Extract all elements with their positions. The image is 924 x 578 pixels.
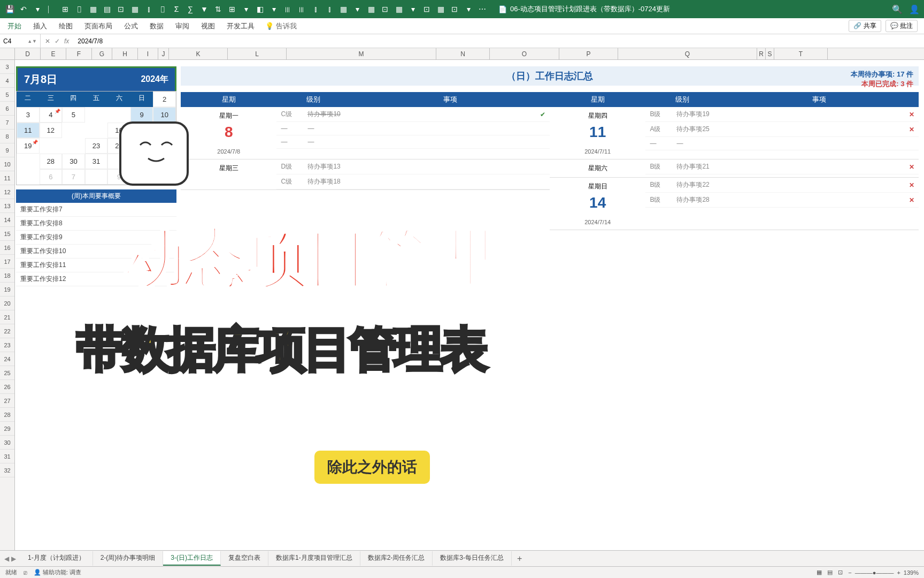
- accessibility-status[interactable]: 👤 辅助功能: 调查: [34, 568, 81, 576]
- task-row[interactable]: B级待办事项19✕: [645, 107, 919, 122]
- save-icon[interactable]: 💾: [4, 4, 15, 14]
- qat-icon[interactable]: ▾: [352, 4, 363, 14]
- ribbon-tab-6[interactable]: 审阅: [174, 19, 190, 33]
- col-header[interactable]: T: [774, 48, 828, 59]
- ribbon-tab-1[interactable]: 插入: [32, 19, 48, 33]
- ribbon-tab-7[interactable]: 视图: [200, 19, 216, 33]
- qat-icon[interactable]: ⊡: [421, 4, 432, 14]
- sheet-tab[interactable]: 3-(日)工作日志: [163, 551, 221, 566]
- row-header[interactable]: 11: [0, 171, 14, 185]
- cal-cell[interactable]: 30: [62, 154, 85, 169]
- qat-icon[interactable]: ▾: [241, 4, 251, 14]
- more-icon[interactable]: ⋯: [477, 4, 488, 14]
- cal-cell[interactable]: 11: [17, 123, 40, 138]
- qat-icon[interactable]: ⊡: [116, 4, 126, 14]
- qat-icon[interactable]: ⊡: [380, 4, 390, 14]
- filter-icon[interactable]: ▼: [199, 4, 210, 14]
- zoom-slider[interactable]: ———●———: [855, 569, 894, 576]
- row-header[interactable]: 21: [0, 310, 14, 324]
- qat-icon[interactable]: ▾: [463, 4, 474, 14]
- row-header[interactable]: 5: [0, 88, 14, 102]
- col-header[interactable]: N: [436, 48, 490, 59]
- row-header[interactable]: 24: [0, 352, 14, 366]
- formula-value[interactable]: 2024/7/8: [73, 37, 107, 45]
- task-row[interactable]: A级待办事项25✕: [645, 122, 919, 137]
- sheet-tab[interactable]: 数据库3-每日任务汇总: [433, 551, 512, 566]
- col-header[interactable]: L: [228, 48, 287, 59]
- cancel-icon[interactable]: ✕: [45, 37, 50, 45]
- cal-cell[interactable]: 2: [153, 92, 176, 107]
- cal-cell[interactable]: 7: [62, 169, 85, 185]
- col-header[interactable]: J: [158, 48, 169, 59]
- ribbon-tab-3[interactable]: 页面布局: [83, 19, 113, 33]
- col-header[interactable]: F: [66, 48, 92, 59]
- ribbon-tab-5[interactable]: 数据: [149, 19, 165, 33]
- undo-icon[interactable]: ↶: [18, 4, 29, 14]
- row-header[interactable]: 17: [0, 255, 14, 269]
- name-box[interactable]: C4 ▲▼: [0, 34, 41, 48]
- qat-icon[interactable]: ⫿: [324, 4, 335, 14]
- row-header[interactable]: 7: [0, 116, 14, 130]
- row-header[interactable]: 19: [0, 283, 14, 296]
- qat-icon[interactable]: ▦: [88, 4, 98, 14]
- row-header[interactable]: 20: [0, 296, 14, 310]
- qat-icon[interactable]: ⫿: [310, 4, 321, 14]
- confirm-icon[interactable]: ✓: [55, 37, 60, 45]
- fx-icon[interactable]: fx: [64, 37, 69, 45]
- task-row[interactable]: ——: [645, 137, 919, 150]
- sheet-tab[interactable]: 数据库2-周任务汇总: [360, 551, 433, 566]
- qat-icon[interactable]: ⌷: [157, 4, 168, 14]
- row-header[interactable]: 10: [0, 157, 14, 171]
- qat-icon[interactable]: ▦: [394, 4, 404, 14]
- task-row[interactable]: C级待办事项10✔: [276, 107, 550, 122]
- tab-next-icon[interactable]: ▶: [11, 555, 16, 562]
- col-header[interactable]: D: [15, 48, 41, 59]
- task-row[interactable]: D级待办事项13: [276, 159, 550, 174]
- qat-icon[interactable]: ▦: [366, 4, 376, 14]
- task-row[interactable]: C级待办事项18: [276, 174, 550, 189]
- dropdown-icon[interactable]: ▲▼: [27, 39, 37, 44]
- qat-icon[interactable]: ▦: [435, 4, 446, 14]
- cal-cell[interactable]: 5: [62, 107, 85, 123]
- cal-cell[interactable]: 3: [17, 107, 40, 123]
- sheet-tab[interactable]: 数据库1-月度项目管理汇总: [268, 551, 360, 566]
- row-header[interactable]: 15: [0, 227, 14, 241]
- qat-icon[interactable]: ∑: [185, 4, 196, 14]
- col-header[interactable]: E: [41, 48, 66, 59]
- qat-icon[interactable]: ⫿: [143, 4, 154, 14]
- task-row[interactable]: ——: [276, 135, 550, 149]
- qat-icon[interactable]: ▾: [268, 4, 279, 14]
- col-header[interactable]: P: [559, 48, 618, 59]
- col-header[interactable]: O: [490, 48, 559, 59]
- row-header[interactable]: 29: [0, 422, 14, 436]
- qat-icon[interactable]: ⌷: [74, 4, 84, 14]
- col-header[interactable]: I: [138, 48, 158, 59]
- row-header[interactable]: 25: [0, 366, 14, 380]
- sort-icon[interactable]: ⇅: [213, 4, 224, 14]
- view-normal-icon[interactable]: ▦: [817, 569, 822, 576]
- ribbon-tab-8[interactable]: 开发工具: [226, 19, 256, 33]
- qat-icon[interactable]: ▦: [129, 4, 140, 14]
- select-all-corner[interactable]: [0, 48, 15, 59]
- cal-cell[interactable]: 4📌: [40, 107, 63, 123]
- add-sheet-button[interactable]: +: [512, 552, 527, 566]
- row-header[interactable]: 8: [0, 130, 14, 143]
- task-row[interactable]: B级待办事项28✕: [645, 193, 919, 208]
- qat-icon[interactable]: ▦: [338, 4, 349, 14]
- row-header[interactable]: 4: [0, 74, 14, 88]
- row-header[interactable]: 16: [0, 241, 14, 255]
- ribbon-tab-0[interactable]: 开始: [6, 19, 22, 33]
- row-header[interactable]: 3: [0, 60, 14, 74]
- search-icon[interactable]: 🔍: [892, 4, 903, 14]
- row-header[interactable]: 28: [0, 408, 14, 422]
- qat-icon[interactable]: ◧: [255, 4, 265, 14]
- cal-cell[interactable]: 19📌: [17, 138, 40, 154]
- qat-icon[interactable]: ⎸: [46, 4, 57, 14]
- tell-me[interactable]: 💡 告诉我: [265, 21, 297, 31]
- user-icon[interactable]: 👤: [909, 4, 920, 14]
- sheet-tab[interactable]: 复盘空白表: [221, 551, 268, 566]
- col-header[interactable]: R: [757, 48, 766, 59]
- row-header[interactable]: 22: [0, 324, 14, 338]
- zoom-in-icon[interactable]: +: [897, 569, 900, 576]
- tab-prev-icon[interactable]: ◀: [4, 555, 9, 562]
